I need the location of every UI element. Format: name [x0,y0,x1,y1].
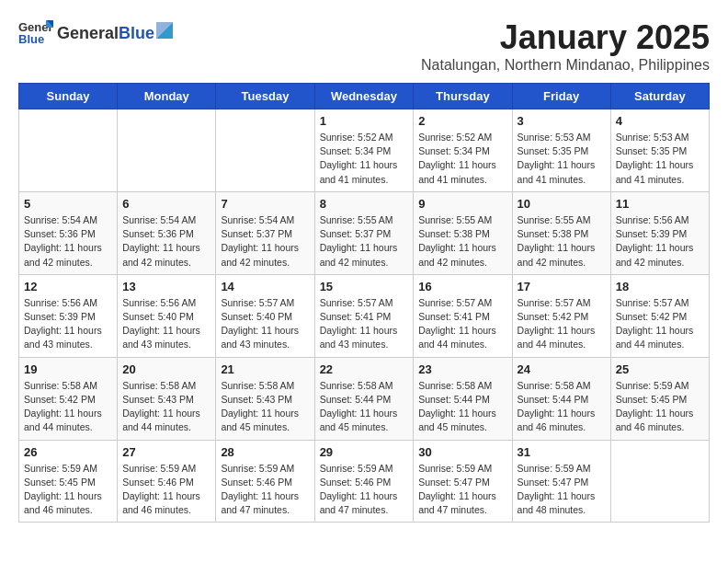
calendar-day-8: 8Sunrise: 5:55 AM Sunset: 5:37 PM Daylig… [314,191,414,274]
calendar-day-10: 10Sunrise: 5:55 AM Sunset: 5:38 PM Dayli… [512,191,610,274]
calendar-empty-cell [216,109,314,192]
day-info: Sunrise: 5:59 AM Sunset: 5:46 PM Dayligh… [122,462,210,518]
calendar-day-5: 5Sunrise: 5:54 AM Sunset: 5:36 PM Daylig… [19,191,118,274]
day-number: 25 [616,362,704,376]
calendar-day-29: 29Sunrise: 5:59 AM Sunset: 5:46 PM Dayli… [314,440,414,523]
svg-text:Blue: Blue [18,32,44,46]
day-info: Sunrise: 5:53 AM Sunset: 5:35 PM Dayligh… [616,131,704,187]
day-number: 24 [518,362,606,376]
calendar-header-saturday: Saturday [610,84,709,109]
calendar-header-tuesday: Tuesday [216,84,314,109]
calendar-day-30: 30Sunrise: 5:59 AM Sunset: 5:47 PM Dayli… [414,440,512,523]
day-info: Sunrise: 5:54 AM Sunset: 5:36 PM Dayligh… [122,213,210,270]
day-number: 14 [221,280,309,293]
day-info: Sunrise: 5:59 AM Sunset: 5:45 PM Dayligh… [24,462,112,518]
day-number: 30 [418,445,506,459]
day-number: 21 [221,362,309,376]
day-info: Sunrise: 5:59 AM Sunset: 5:46 PM Dayligh… [320,462,409,518]
day-info: Sunrise: 5:55 AM Sunset: 5:37 PM Dayligh… [320,213,409,270]
calendar-day-21: 21Sunrise: 5:58 AM Sunset: 5:43 PM Dayli… [216,357,314,440]
calendar-day-9: 9Sunrise: 5:55 AM Sunset: 5:38 PM Daylig… [414,191,512,274]
logo-icon: General Blue [18,18,53,46]
calendar-header-monday: Monday [118,84,216,109]
calendar-day-24: 24Sunrise: 5:58 AM Sunset: 5:44 PM Dayli… [512,357,610,440]
day-info: Sunrise: 5:56 AM Sunset: 5:40 PM Dayligh… [122,296,210,352]
calendar-header-row: SundayMondayTuesdayWednesdayThursdayFrid… [19,84,710,109]
calendar-day-23: 23Sunrise: 5:58 AM Sunset: 5:44 PM Dayli… [414,357,512,440]
day-number: 2 [418,114,506,128]
day-info: Sunrise: 5:57 AM Sunset: 5:40 PM Dayligh… [221,296,309,352]
calendar-day-17: 17Sunrise: 5:57 AM Sunset: 5:42 PM Dayli… [512,274,610,357]
calendar-day-16: 16Sunrise: 5:57 AM Sunset: 5:41 PM Dayli… [414,274,512,357]
calendar-day-15: 15Sunrise: 5:57 AM Sunset: 5:41 PM Dayli… [314,274,414,357]
day-number: 18 [616,280,704,293]
logo-triangle-icon [156,22,173,39]
day-info: Sunrise: 5:58 AM Sunset: 5:44 PM Dayligh… [418,379,506,435]
calendar-day-26: 26Sunrise: 5:59 AM Sunset: 5:45 PM Dayli… [19,440,118,523]
calendar-day-22: 22Sunrise: 5:58 AM Sunset: 5:44 PM Dayli… [314,357,414,440]
day-number: 26 [24,445,112,459]
day-number: 16 [418,280,506,293]
calendar-day-19: 19Sunrise: 5:58 AM Sunset: 5:42 PM Dayli… [19,357,118,440]
day-info: Sunrise: 5:59 AM Sunset: 5:45 PM Dayligh… [616,379,704,435]
day-number: 15 [320,280,409,293]
calendar-empty-cell [118,109,216,192]
day-number: 20 [122,362,210,376]
calendar-day-27: 27Sunrise: 5:59 AM Sunset: 5:46 PM Dayli… [118,440,216,523]
calendar-empty-cell [19,109,118,192]
calendar-table: SundayMondayTuesdayWednesdayThursdayFrid… [18,83,710,523]
day-number: 11 [616,197,704,211]
day-number: 27 [122,445,210,459]
day-number: 10 [518,197,606,211]
day-number: 17 [518,280,606,293]
calendar-empty-cell [610,440,709,523]
calendar-day-2: 2Sunrise: 5:52 AM Sunset: 5:34 PM Daylig… [414,109,512,192]
calendar-day-12: 12Sunrise: 5:56 AM Sunset: 5:39 PM Dayli… [19,274,118,357]
calendar-day-3: 3Sunrise: 5:53 AM Sunset: 5:35 PM Daylig… [512,109,610,192]
calendar-day-7: 7Sunrise: 5:54 AM Sunset: 5:37 PM Daylig… [216,191,314,274]
page-header: General Blue General Blue January 2025 N… [18,18,710,74]
logo-text-blue: Blue [119,24,154,43]
calendar-day-11: 11Sunrise: 5:56 AM Sunset: 5:39 PM Dayli… [610,191,709,274]
day-info: Sunrise: 5:58 AM Sunset: 5:42 PM Dayligh… [24,379,112,435]
title-location: Natalungan, Northern Mindanao, Philippin… [421,57,710,74]
calendar-day-6: 6Sunrise: 5:54 AM Sunset: 5:36 PM Daylig… [118,191,216,274]
calendar-day-4: 4Sunrise: 5:53 AM Sunset: 5:35 PM Daylig… [610,109,709,192]
day-info: Sunrise: 5:54 AM Sunset: 5:37 PM Dayligh… [221,213,309,270]
day-number: 29 [320,445,409,459]
day-info: Sunrise: 5:58 AM Sunset: 5:43 PM Dayligh… [221,379,309,435]
day-number: 13 [122,280,210,293]
day-info: Sunrise: 5:56 AM Sunset: 5:39 PM Dayligh… [24,296,112,352]
calendar-week-row: 26Sunrise: 5:59 AM Sunset: 5:45 PM Dayli… [19,440,710,523]
day-number: 1 [320,114,409,128]
calendar-week-row: 19Sunrise: 5:58 AM Sunset: 5:42 PM Dayli… [19,357,710,440]
day-info: Sunrise: 5:59 AM Sunset: 5:47 PM Dayligh… [418,462,506,518]
day-info: Sunrise: 5:55 AM Sunset: 5:38 PM Dayligh… [518,213,606,270]
logo-text-general: General [57,24,119,43]
day-info: Sunrise: 5:55 AM Sunset: 5:38 PM Dayligh… [418,213,506,270]
calendar-header-thursday: Thursday [414,84,512,109]
day-number: 8 [320,197,409,211]
calendar-header-sunday: Sunday [19,84,118,109]
calendar-week-row: 5Sunrise: 5:54 AM Sunset: 5:36 PM Daylig… [19,191,710,274]
day-number: 9 [418,197,506,211]
day-number: 12 [24,280,112,293]
day-number: 3 [518,114,606,128]
calendar-header-wednesday: Wednesday [314,84,414,109]
day-info: Sunrise: 5:53 AM Sunset: 5:35 PM Dayligh… [518,131,606,187]
day-info: Sunrise: 5:58 AM Sunset: 5:43 PM Dayligh… [122,379,210,435]
day-number: 19 [24,362,112,376]
calendar-day-28: 28Sunrise: 5:59 AM Sunset: 5:46 PM Dayli… [216,440,314,523]
day-info: Sunrise: 5:59 AM Sunset: 5:47 PM Dayligh… [518,462,606,518]
calendar-day-18: 18Sunrise: 5:57 AM Sunset: 5:42 PM Dayli… [610,274,709,357]
day-number: 28 [221,445,309,459]
calendar-day-31: 31Sunrise: 5:59 AM Sunset: 5:47 PM Dayli… [512,440,610,523]
day-info: Sunrise: 5:52 AM Sunset: 5:34 PM Dayligh… [418,131,506,187]
calendar-day-25: 25Sunrise: 5:59 AM Sunset: 5:45 PM Dayli… [610,357,709,440]
title-block: January 2025 Natalungan, Northern Mindan… [421,18,710,74]
day-info: Sunrise: 5:57 AM Sunset: 5:42 PM Dayligh… [518,296,606,352]
day-info: Sunrise: 5:52 AM Sunset: 5:34 PM Dayligh… [320,131,409,187]
calendar-day-14: 14Sunrise: 5:57 AM Sunset: 5:40 PM Dayli… [216,274,314,357]
day-info: Sunrise: 5:58 AM Sunset: 5:44 PM Dayligh… [320,379,409,435]
day-info: Sunrise: 5:57 AM Sunset: 5:41 PM Dayligh… [418,296,506,352]
